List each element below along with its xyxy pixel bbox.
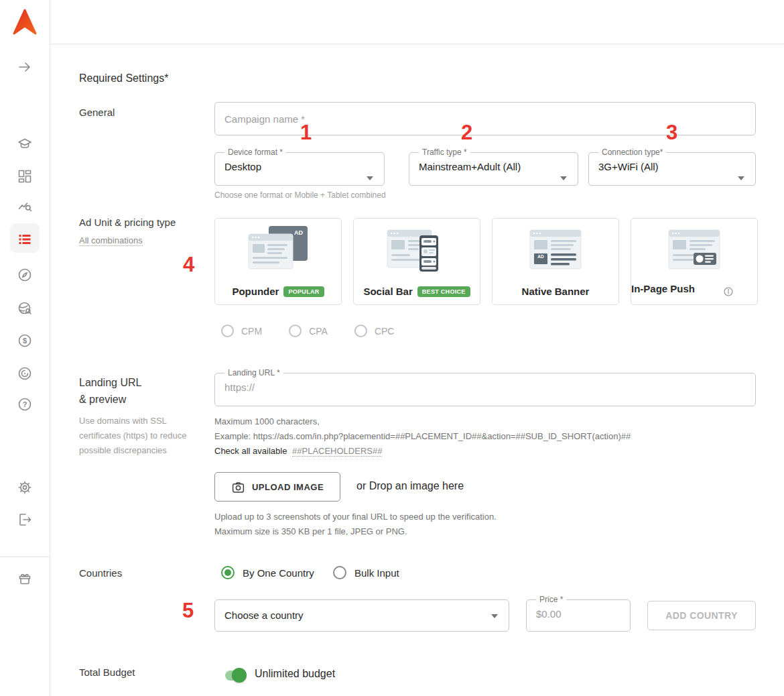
svg-text:$: $	[23, 337, 27, 345]
sidebar-item-offers[interactable]	[17, 300, 33, 316]
add-country-button[interactable]: ADD COUNTRY	[647, 601, 756, 630]
ad-unit-name: Social Bar	[363, 286, 412, 297]
sidebar-divider	[0, 557, 50, 557]
pricing-type-group: CPM CPA CPC	[221, 325, 394, 337]
upload-image-button[interactable]: UPLOAD IMAGE	[214, 472, 340, 502]
sidebar-item-dashboard[interactable]	[17, 168, 33, 184]
in-page-push-illustration-icon	[657, 225, 732, 277]
ad-unit-card-in-page-push[interactable]: In-Page Push	[631, 218, 758, 305]
connection-type-label: Connection type*	[602, 148, 663, 157]
ad-unit-name: Native Banner	[522, 286, 590, 297]
step-2-marker: 2	[461, 121, 472, 145]
collapse-arrow-icon	[17, 59, 33, 75]
total-budget-label: Total Budget	[79, 666, 135, 678]
ad-unit-card-social-bar[interactable]: Social Bar BEST CHOICE	[353, 218, 480, 305]
drop-image-text: or Drop an image here	[356, 480, 464, 492]
sidebar-item-campaigns[interactable]	[17, 231, 33, 247]
traffic-type-value: Mainstream+Adult (All)	[416, 158, 571, 172]
compass-icon	[17, 267, 33, 283]
unlimited-budget-label: Unlimited budget	[255, 668, 335, 680]
landing-url-input[interactable]	[222, 378, 748, 393]
sidebar-item-tracking[interactable]	[17, 267, 33, 283]
sidebar-item-help[interactable]: ?	[17, 396, 33, 412]
dashboard-icon	[17, 168, 33, 184]
connection-type-select[interactable]: Connection type* 3G+WiFi (All)	[588, 147, 756, 186]
landing-url-label: Landing URL *	[228, 368, 280, 378]
dollar-circle-icon: $	[17, 333, 33, 349]
country-select[interactable]: Choose a country	[214, 599, 509, 632]
device-format-label: Device format *	[228, 148, 283, 157]
price-label: Price *	[539, 595, 563, 604]
required-settings-title: Required Settings*	[79, 72, 168, 84]
popunder-illustration-icon: AD	[241, 225, 316, 277]
step-1-marker: 1	[300, 121, 312, 145]
sidebar-item-collapse[interactable]	[17, 59, 33, 75]
price-input[interactable]	[533, 605, 623, 620]
chevron-down-icon	[560, 176, 567, 180]
landing-url-field: Landing URL *	[214, 367, 756, 406]
ad-unit-card-native-banner[interactable]: AD Native Banner	[492, 218, 619, 305]
device-format-helper: Choose one format or Mobile + Tablet com…	[214, 190, 386, 200]
ssl-note-line2: certificates (https) to reduce	[79, 430, 186, 441]
info-icon[interactable]	[723, 286, 734, 297]
chevron-down-icon	[367, 176, 373, 180]
popular-badge: POPULAR	[283, 286, 324, 297]
pricing-option-cpa[interactable]: CPA	[289, 325, 328, 337]
ssl-note-line3: possible discrepancies	[79, 445, 167, 455]
goal-target-icon	[17, 365, 33, 382]
country-select-value: Choose a country	[224, 610, 304, 621]
campaign-list-icon	[17, 231, 33, 247]
best-choice-badge: BEST CHOICE	[417, 286, 470, 297]
sidebar-item-goals[interactable]	[17, 365, 33, 382]
globe-search-icon	[17, 300, 33, 316]
unlimited-budget-toggle[interactable]	[232, 668, 247, 683]
by-one-country-radio[interactable]	[221, 566, 235, 579]
sidebar: $ ?	[0, 0, 50, 696]
step-4-marker: 4	[183, 253, 194, 277]
ad-unit-name: Popunder	[232, 286, 279, 297]
chevron-down-icon	[738, 176, 744, 180]
landing-helper-3: Check all available ##PLACEHOLDERS##	[214, 446, 382, 456]
sidebar-item-rewards[interactable]	[17, 570, 33, 586]
app-header	[0, 0, 784, 44]
countries-label: Countries	[79, 567, 122, 579]
device-format-select[interactable]: Device format * Desktop	[214, 147, 385, 186]
ad-unit-card-popunder[interactable]: AD Popunder POPULAR	[214, 218, 342, 305]
connection-type-value: 3G+WiFi (All)	[596, 158, 748, 172]
device-format-value: Desktop	[222, 158, 377, 172]
placeholders-link[interactable]: ##PLACEHOLDERS##	[292, 446, 382, 457]
adsterra-logo[interactable]	[11, 8, 38, 36]
bulk-input-radio[interactable]	[333, 566, 346, 579]
pricing-option-cpm[interactable]: CPM	[221, 325, 262, 337]
logout-icon	[17, 512, 33, 528]
ad-unit-label: Ad Unit & pricing type	[79, 217, 176, 228]
sidebar-item-academy[interactable]	[17, 136, 33, 152]
native-banner-illustration-icon: AD	[518, 225, 593, 277]
traffic-type-select[interactable]: Traffic type * Mainstream+Adult (All)	[409, 147, 578, 186]
chevron-down-icon	[491, 614, 498, 618]
gear-icon	[17, 479, 33, 496]
price-field: Price *	[526, 594, 631, 632]
landing-label-line1: Landing URL	[79, 377, 141, 389]
all-combinations-link[interactable]: All combinations	[79, 235, 143, 245]
pricing-option-cpc[interactable]: CPC	[354, 325, 395, 337]
help-icon: ?	[17, 396, 33, 412]
sidebar-item-finance[interactable]: $	[17, 333, 33, 349]
cpm-radio[interactable]	[221, 325, 234, 337]
svg-text:AD: AD	[294, 229, 303, 236]
graduation-cap-icon	[17, 136, 33, 152]
check-available-text: Check all available	[214, 446, 287, 456]
bulk-input-option[interactable]: Bulk Input	[333, 566, 399, 579]
sidebar-item-logout[interactable]	[17, 512, 33, 528]
social-bar-illustration-icon	[379, 225, 454, 277]
cpc-radio[interactable]	[354, 325, 367, 337]
ssl-note-line1: Use domains with SSL	[79, 416, 167, 426]
cpa-radio[interactable]	[289, 325, 302, 337]
adsterra-logo-icon	[11, 8, 38, 36]
svg-text:AD: AD	[537, 254, 544, 259]
sidebar-item-settings[interactable]	[17, 479, 33, 496]
landing-helper-2: Example: https://ads.com/in.php?placemen…	[214, 431, 631, 441]
sidebar-item-statistics[interactable]	[17, 198, 33, 215]
by-one-country-option[interactable]: By One Country	[221, 566, 314, 579]
step-3-marker: 3	[666, 121, 677, 145]
